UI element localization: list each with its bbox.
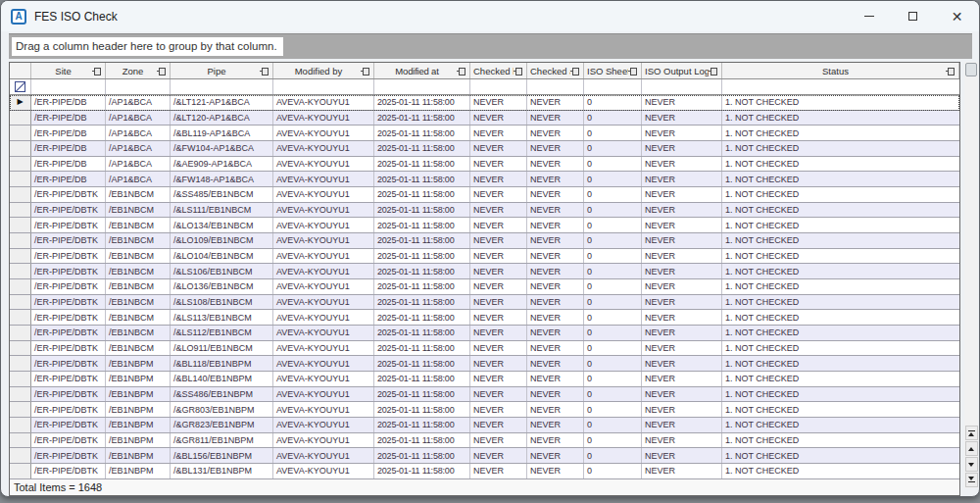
cell-modified-at[interactable]: 2025-01-11 11:58:00 <box>374 387 470 402</box>
cell-status[interactable]: 1. NOT CHECKED <box>722 233 959 248</box>
column-header-pipe[interactable]: Pipe <box>171 63 273 78</box>
cell-modified-by[interactable]: AVEVA-KYOUYU1 <box>273 141 374 156</box>
cell-iso-output-log[interactable]: NEVER <box>642 372 722 386</box>
cell-iso-output-log[interactable]: NEVER <box>642 233 722 248</box>
cell-iso-sheets[interactable]: 0 <box>584 95 642 110</box>
cell-modified-at[interactable]: 2025-01-11 11:58:00 <box>374 402 470 417</box>
table-row[interactable]: /ER-PIPE/DBTK/EB1NBCM/&LS113/EB1NBCMAVEV… <box>10 310 959 326</box>
cell-modified-at[interactable]: 2025-01-11 11:58:00 <box>374 264 470 278</box>
cell-checked-by[interactable]: NEVER <box>470 203 527 218</box>
cell-modified-at[interactable]: 2025-01-11 11:58:00 <box>374 279 470 294</box>
cell-zone[interactable]: /EB1NBPM <box>106 387 171 402</box>
cell-modified-at[interactable]: 2025-01-11 11:58:00 <box>374 326 470 340</box>
cell-status[interactable]: 1. NOT CHECKED <box>722 126 959 140</box>
column-header-modified-at[interactable]: Modified at <box>374 63 470 78</box>
cell-status[interactable]: 1. NOT CHECKED <box>722 464 959 478</box>
cell-modified-at[interactable]: 2025-01-11 11:58:00 <box>374 233 470 248</box>
filter-cell-pipe[interactable] <box>171 79 273 94</box>
cell-checked-at[interactable]: NEVER <box>527 372 584 386</box>
cell-modified-at[interactable]: 2025-01-11 11:58:00 <box>374 295 470 310</box>
cell-modified-at[interactable]: 2025-01-11 11:58:00 <box>374 341 470 356</box>
cell-checked-at[interactable]: NEVER <box>527 387 584 402</box>
cell-checked-by[interactable]: NEVER <box>470 157 527 172</box>
cell-modified-by[interactable]: AVEVA-KYOUYU1 <box>273 326 374 340</box>
cell-modified-by[interactable]: AVEVA-KYOUYU1 <box>273 372 374 386</box>
cell-iso-output-log[interactable]: NEVER <box>642 141 722 156</box>
cell-iso-sheets[interactable]: 0 <box>584 418 642 432</box>
cell-iso-output-log[interactable]: NEVER <box>642 295 722 310</box>
cell-pipe[interactable]: /&BL119-AP1&BCA <box>171 126 273 140</box>
cell-modified-at[interactable]: 2025-01-11 11:58:00 <box>374 157 470 172</box>
cell-modified-at[interactable]: 2025-01-11 11:58:00 <box>374 372 470 386</box>
cell-pipe[interactable]: /&BL131/EB1NBPM <box>171 464 273 478</box>
cell-status[interactable]: 1. NOT CHECKED <box>722 279 959 294</box>
cell-iso-sheets[interactable]: 0 <box>584 233 642 248</box>
cell-pipe[interactable]: /&LO136/EB1NBCM <box>171 279 273 294</box>
cell-site[interactable]: /ER-PIPE/DBTK <box>31 326 106 340</box>
table-row[interactable]: /ER-PIPE/DBTK/EB1NBCM/&LS106/EB1NBCMAVEV… <box>10 264 959 279</box>
column-header-iso-sheets[interactable]: ISO Sheets <box>584 63 642 78</box>
cell-pipe[interactable]: /&GR811/EB1NBPM <box>171 433 273 448</box>
cell-zone[interactable]: /EB1NBCM <box>106 279 171 294</box>
cell-modified-by[interactable]: AVEVA-KYOUYU1 <box>273 157 374 172</box>
cell-iso-output-log[interactable]: NEVER <box>642 126 722 140</box>
pin-icon[interactable] <box>709 67 718 75</box>
table-row[interactable]: /ER-PIPE/DBTK/EB1NBCM/&LO911/EB1NBCMAVEV… <box>10 341 959 357</box>
table-row[interactable]: /ER-PIPE/DB/AP1&BCA/&BL119-AP1&BCAAVEVA-… <box>10 126 959 141</box>
cell-site[interactable]: /ER-PIPE/DBTK <box>31 233 106 248</box>
table-row[interactable]: /ER-PIPE/DBTK/EB1NBPM/&SS486/EB1NBPMAVEV… <box>10 387 959 403</box>
filter-cell-checked-at[interactable] <box>527 79 584 94</box>
cell-status[interactable]: 1. NOT CHECKED <box>722 341 959 356</box>
clear-filter-cell[interactable] <box>10 79 31 94</box>
cell-iso-output-log[interactable]: NEVER <box>642 418 722 432</box>
scrollbar-track[interactable] <box>964 76 978 426</box>
cell-zone[interactable]: /AP1&BCA <box>106 157 171 172</box>
cell-modified-by[interactable]: AVEVA-KYOUYU1 <box>273 126 374 140</box>
cell-iso-sheets[interactable]: 0 <box>584 448 642 463</box>
maximize-button[interactable] <box>891 1 935 31</box>
cell-site[interactable]: /ER-PIPE/DBTK <box>31 341 106 356</box>
cell-iso-output-log[interactable]: NEVER <box>642 203 722 218</box>
cell-modified-by[interactable]: AVEVA-KYOUYU1 <box>273 187 374 202</box>
filter-cell-site[interactable] <box>31 79 106 94</box>
table-row[interactable]: /ER-PIPE/DBTK/EB1NBCM/&LO134/EB1NBCMAVEV… <box>10 218 959 233</box>
cell-iso-sheets[interactable]: 0 <box>584 218 642 232</box>
cell-site[interactable]: /ER-PIPE/DBTK <box>31 187 106 202</box>
cell-checked-by[interactable]: NEVER <box>470 279 527 294</box>
cell-site[interactable]: /ER-PIPE/DBTK <box>31 295 106 310</box>
cell-site[interactable]: /ER-PIPE/DBTK <box>31 464 106 478</box>
cell-iso-output-log[interactable]: NEVER <box>642 464 722 478</box>
cell-checked-at[interactable]: NEVER <box>527 95 584 110</box>
cell-status[interactable]: 1. NOT CHECKED <box>722 95 959 110</box>
column-header-status[interactable]: Status <box>722 63 959 78</box>
scroll-to-top-button[interactable] <box>965 426 978 440</box>
cell-zone[interactable]: /EB1NBPM <box>106 372 171 386</box>
cell-iso-sheets[interactable]: 0 <box>584 111 642 126</box>
table-row[interactable]: ▶/ER-PIPE/DB/AP1&BCA/&LT121-AP1&BCAAVEVA… <box>10 95 959 111</box>
minimize-button[interactable] <box>847 1 891 31</box>
cell-checked-at[interactable]: NEVER <box>527 187 584 202</box>
pin-icon[interactable] <box>260 67 270 75</box>
cell-checked-by[interactable]: NEVER <box>470 233 527 248</box>
cell-iso-output-log[interactable]: NEVER <box>642 218 722 232</box>
cell-modified-by[interactable]: AVEVA-KYOUYU1 <box>273 448 374 463</box>
cell-checked-at[interactable]: NEVER <box>527 464 584 478</box>
cell-checked-by[interactable]: NEVER <box>470 448 527 463</box>
cell-iso-sheets[interactable]: 0 <box>584 372 642 386</box>
cell-pipe[interactable]: /&LS106/EB1NBCM <box>171 264 273 278</box>
cell-status[interactable]: 1. NOT CHECKED <box>722 402 959 417</box>
cell-checked-by[interactable]: NEVER <box>470 464 527 478</box>
cell-iso-output-log[interactable]: NEVER <box>642 326 722 340</box>
cell-checked-by[interactable]: NEVER <box>470 249 527 264</box>
cell-zone[interactable]: /EB1NBPM <box>106 418 171 432</box>
cell-iso-sheets[interactable]: 0 <box>584 157 642 172</box>
cell-status[interactable]: 1. NOT CHECKED <box>722 141 959 156</box>
cell-checked-by[interactable]: NEVER <box>470 172 527 186</box>
scroll-to-bottom-button[interactable] <box>965 473 978 487</box>
cell-pipe[interactable]: /&BL140/EB1NBPM <box>171 372 273 386</box>
column-header-site[interactable]: Site <box>31 63 106 78</box>
cell-iso-output-log[interactable]: NEVER <box>642 448 722 463</box>
cell-site[interactable]: /ER-PIPE/DB <box>31 172 106 186</box>
cell-checked-by[interactable]: NEVER <box>470 326 527 340</box>
cell-checked-by[interactable]: NEVER <box>470 187 527 202</box>
